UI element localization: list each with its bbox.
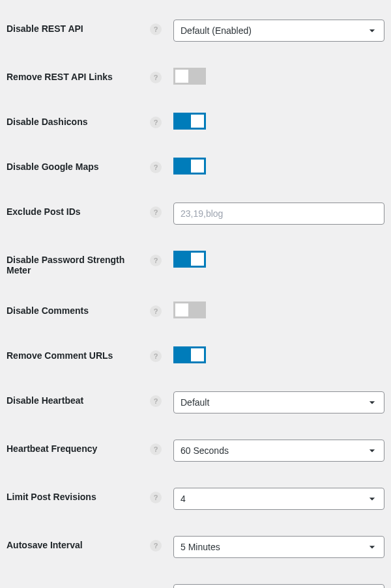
control-remove-comment-urls — [173, 346, 391, 365]
label-heartbeat-frequency: Heartbeat Frequency — [7, 440, 150, 454]
control-disable-heartbeat: Default — [173, 391, 391, 413]
label-disable-google-maps: Disable Google Maps — [7, 158, 150, 172]
row-disable-heartbeat: Disable Heartbeat ? Default — [7, 378, 391, 427]
help-icon[interactable]: ? — [150, 255, 162, 266]
select-disable-rest-api[interactable]: Default (Enabled) — [173, 20, 384, 42]
control-autosave-interval: 5 Minutes — [173, 536, 391, 558]
control-limit-post-revisions: 4 — [173, 488, 391, 510]
help-icon[interactable]: ? — [150, 206, 162, 218]
toggle-disable-password-strength-meter[interactable] — [173, 251, 206, 268]
row-disable-google-maps: Disable Google Maps ? — [7, 145, 391, 189]
label-disable-comments: Disable Comments — [7, 301, 150, 316]
help-icon[interactable]: ? — [150, 350, 162, 362]
row-change-login-url: Change Login URL ? — [7, 571, 391, 588]
toggle-knob — [191, 160, 204, 173]
select-disable-heartbeat[interactable]: Default — [173, 391, 384, 413]
control-disable-google-maps — [173, 158, 391, 176]
control-change-login-url — [173, 584, 391, 588]
toggle-remove-comment-urls[interactable] — [173, 346, 206, 363]
select-heartbeat-frequency[interactable]: 60 Seconds — [173, 440, 384, 462]
toggle-knob — [191, 253, 204, 266]
toggle-knob — [175, 70, 188, 83]
row-limit-post-revisions: Limit Post Revisions ? 4 — [7, 475, 391, 523]
help-icon[interactable]: ? — [150, 117, 162, 128]
control-disable-password-strength-meter — [173, 251, 391, 270]
help-icon[interactable]: ? — [150, 395, 162, 407]
label-disable-dashicons: Disable Dashicons — [7, 113, 150, 127]
help-icon[interactable]: ? — [150, 305, 162, 317]
help-icon[interactable]: ? — [150, 443, 162, 455]
select-limit-post-revisions[interactable]: 4 — [173, 488, 384, 510]
toggle-knob — [191, 115, 204, 128]
help-icon[interactable]: ? — [150, 23, 162, 35]
row-disable-dashicons: Disable Dashicons ? — [7, 100, 391, 145]
row-remove-rest-api-links: Remove REST API Links ? — [7, 55, 391, 100]
toggle-disable-dashicons[interactable] — [173, 113, 206, 130]
help-icon[interactable]: ? — [150, 72, 162, 83]
help-icon[interactable]: ? — [150, 161, 162, 173]
toggle-knob — [191, 348, 204, 361]
row-remove-comment-urls: Remove Comment URLs ? — [7, 333, 391, 378]
label-disable-heartbeat: Disable Heartbeat — [7, 391, 150, 406]
input-exclude-post-ids[interactable] — [173, 203, 384, 225]
row-autosave-interval: Autosave Interval ? 5 Minutes — [7, 523, 391, 571]
label-change-login-url: Change Login URL — [7, 584, 150, 588]
label-remove-comment-urls: Remove Comment URLs — [7, 346, 150, 361]
label-exclude-post-ids: Exclude Post IDs — [7, 203, 150, 217]
toggle-disable-google-maps[interactable] — [173, 158, 206, 175]
label-disable-password-strength-meter: Disable Password Strength Meter — [7, 251, 150, 275]
label-remove-rest-api-links: Remove REST API Links — [7, 68, 150, 82]
control-exclude-post-ids — [173, 203, 391, 225]
toggle-disable-comments[interactable] — [173, 301, 206, 318]
label-autosave-interval: Autosave Interval — [7, 536, 150, 550]
row-disable-rest-api: Disable REST API ? Default (Enabled) — [7, 7, 391, 55]
help-icon[interactable]: ? — [150, 492, 162, 503]
control-heartbeat-frequency: 60 Seconds — [173, 440, 391, 462]
select-autosave-interval[interactable]: 5 Minutes — [173, 536, 384, 558]
toggle-knob — [175, 303, 188, 316]
control-remove-rest-api-links — [173, 68, 391, 87]
row-disable-password-strength-meter: Disable Password Strength Meter ? — [7, 238, 391, 288]
row-exclude-post-ids: Exclude Post IDs ? — [7, 189, 391, 238]
row-heartbeat-frequency: Heartbeat Frequency ? 60 Seconds — [7, 427, 391, 475]
control-disable-rest-api: Default (Enabled) — [173, 20, 391, 42]
control-disable-dashicons — [173, 113, 391, 132]
label-limit-post-revisions: Limit Post Revisions — [7, 488, 150, 502]
help-icon[interactable]: ? — [150, 540, 162, 552]
label-disable-rest-api: Disable REST API — [7, 20, 150, 34]
row-disable-comments: Disable Comments ? — [7, 288, 391, 333]
control-disable-comments — [173, 301, 391, 320]
settings-form: Disable REST API ? Default (Enabled) Rem… — [0, 0, 391, 588]
toggle-remove-rest-api-links[interactable] — [173, 68, 206, 85]
input-change-login-url[interactable] — [173, 584, 384, 588]
